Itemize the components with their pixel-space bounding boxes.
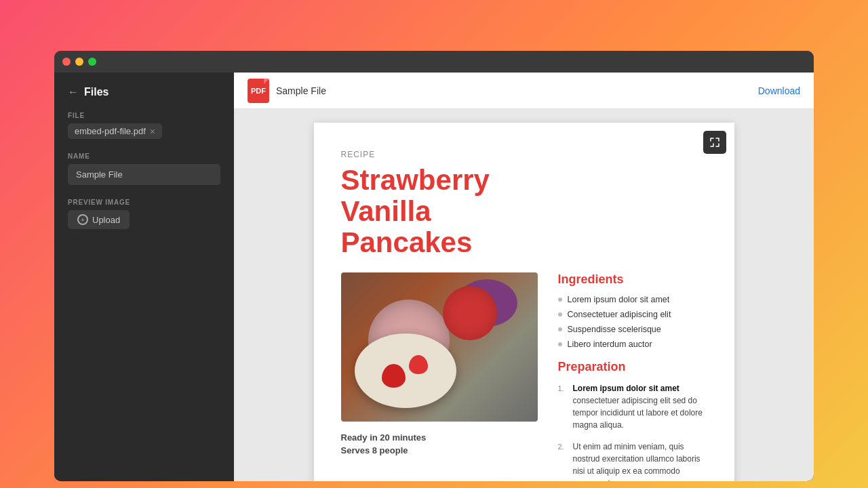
titlebar <box>54 51 814 73</box>
prep-step-2: 2. Ut enim ad minim veniam, quis nostrud… <box>558 441 707 481</box>
ingredients-title: Ingredients <box>558 272 707 287</box>
ingredients-list: Lorem ipsum dolor sit amet Consectetuer … <box>558 295 707 349</box>
name-section-label: NAME <box>68 152 220 160</box>
sidebar: ← Files FILE embed-pdf-file.pdf × NAME P… <box>54 73 234 481</box>
pdf-icon: PDF <box>248 79 269 103</box>
ingredient-dot <box>558 298 562 302</box>
recipe-columns: Ready in 20 minutes Serves 8 people Ingr… <box>341 272 707 481</box>
ready-label: Ready in <box>341 432 378 443</box>
recipe-title-line2: Vanilla <box>341 195 431 227</box>
sidebar-header: ← Files <box>68 86 220 98</box>
name-section: NAME <box>68 152 220 185</box>
preparation-list: 1. Lorem ipsum dolor sit amet consectetu… <box>558 382 707 481</box>
download-button[interactable]: Download <box>758 85 800 96</box>
ingredient-3: Suspendisse scelerisque <box>558 325 707 334</box>
back-button[interactable]: ← <box>68 86 79 98</box>
preview-content[interactable]: RECIPE Strawberry Vanilla Pancakes <box>234 109 814 481</box>
sidebar-title: Files <box>84 86 108 98</box>
upload-icon: + <box>77 214 88 225</box>
ingredient-2: Consectetuer adipiscing elit <box>558 310 707 319</box>
ingredient-4: Libero interdum auctor <box>558 340 707 349</box>
ready-info: Ready in 20 minutes <box>341 432 538 443</box>
bowl-shape <box>456 279 517 327</box>
left-column: Ready in 20 minutes Serves 8 people <box>341 272 538 481</box>
file-tag-name: embed-pdf-file.pdf <box>75 126 146 136</box>
strawberry-1 <box>382 364 406 388</box>
window-close-dot[interactable] <box>62 58 71 66</box>
serves-label: Serves <box>341 445 370 455</box>
recipe-title-line1: Strawberry <box>341 164 490 196</box>
file-tag: embed-pdf-file.pdf × <box>68 123 162 139</box>
serves-info: Serves 8 people <box>341 445 538 455</box>
preview-file-name: Sample File <box>276 85 758 96</box>
pdf-page: RECIPE Strawberry Vanilla Pancakes <box>314 123 734 481</box>
file-section-label: FILE <box>68 112 220 119</box>
main-content: ← Files FILE embed-pdf-file.pdf × NAME P… <box>54 73 814 481</box>
serves-value: 8 people <box>372 445 408 455</box>
window-expand-dot[interactable] <box>88 58 96 66</box>
upload-label: Upload <box>92 215 120 225</box>
recipe-label: RECIPE <box>341 150 707 159</box>
main-area: PDF Sample File Download RECIPE Strawber… <box>234 73 814 481</box>
ingredient-dot <box>558 327 562 331</box>
food-image <box>341 272 538 422</box>
strawberry-2 <box>409 355 428 374</box>
ingredient-dot <box>558 312 562 317</box>
file-section: FILE embed-pdf-file.pdf × <box>68 112 220 139</box>
preview-section: PREVIEW IMAGE + Upload <box>68 199 220 229</box>
plate-shape <box>355 333 456 408</box>
recipe-title-line3: Pancakes <box>341 226 473 258</box>
ingredient-dot <box>558 342 562 346</box>
preview-section-label: PREVIEW IMAGE <box>68 199 220 206</box>
right-column: Ingredients Lorem ipsum dolor sit amet C… <box>558 272 707 481</box>
expand-button[interactable] <box>703 131 726 154</box>
upload-button[interactable]: + Upload <box>68 210 130 229</box>
ready-value: 20 minutes <box>380 432 426 443</box>
preparation-title: Preparation <box>558 360 707 374</box>
recipe-title: Strawberry Vanilla Pancakes <box>341 165 707 259</box>
file-tag-close-button[interactable]: × <box>150 127 155 136</box>
app-window: ← Files FILE embed-pdf-file.pdf × NAME P… <box>54 51 814 481</box>
ingredient-1: Lorem ipsum dolor sit amet <box>558 295 707 304</box>
name-input[interactable] <box>68 164 220 185</box>
preview-header: PDF Sample File Download <box>234 73 814 109</box>
prep-step-1: 1. Lorem ipsum dolor sit amet consectetu… <box>558 382 707 431</box>
window-minimize-dot[interactable] <box>75 58 83 66</box>
